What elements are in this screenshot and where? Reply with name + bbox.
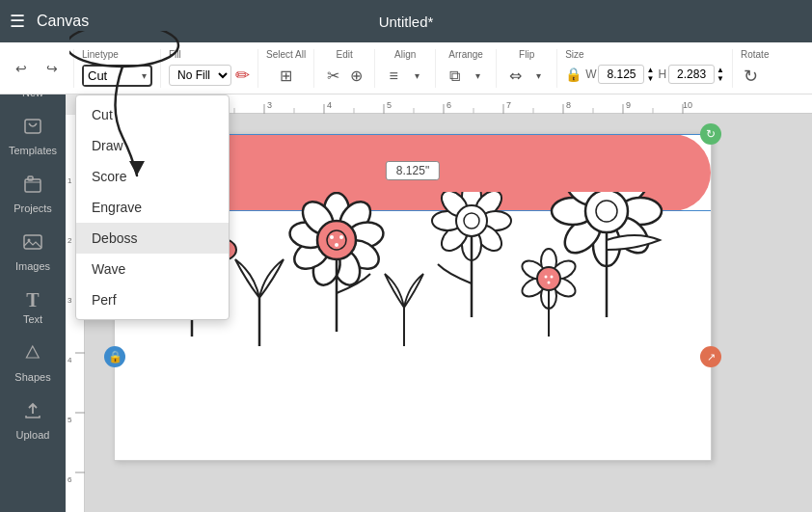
- flip-icon[interactable]: ⇔: [504, 66, 526, 87]
- width-input[interactable]: [598, 65, 644, 84]
- app-title: Canvas: [37, 13, 89, 30]
- svg-point-116: [551, 276, 554, 279]
- linetype-label: Linetype: [82, 49, 119, 60]
- weld-icon[interactable]: ⊕: [345, 66, 366, 87]
- width-measurement-label: 8.125": [386, 161, 440, 180]
- width-stepper[interactable]: ▲▼: [646, 66, 654, 83]
- dropdown-item-draw[interactable]: Draw: [76, 130, 229, 161]
- sidebar-item-images[interactable]: Images: [4, 224, 62, 280]
- rotate-group: Rotate ↻: [741, 49, 776, 88]
- svg-text:3: 3: [267, 100, 272, 110]
- edit-icons: ✂ ⊕: [322, 66, 366, 87]
- templates-icon: [22, 116, 43, 143]
- topbar: ☰ Canvas Untitled*: [0, 0, 812, 42]
- left-handle-badge[interactable]: 🔒: [104, 346, 125, 367]
- width-field: W ▲▼: [585, 65, 654, 84]
- svg-text:2: 2: [68, 236, 72, 245]
- linetype-chevron-icon[interactable]: ▾: [142, 70, 150, 81]
- flip-icons: ⇔ ▾: [504, 66, 549, 87]
- align-group: Align ≡ ▾: [383, 49, 436, 88]
- right-handle-badge[interactable]: ↗: [700, 346, 721, 367]
- svg-point-115: [545, 276, 548, 279]
- doc-title: Untitled*: [379, 13, 434, 30]
- fill-controls: No Fill Fill ✏: [169, 65, 250, 86]
- linetype-select-wrap: Cut Draw Score Engrave Deboss Wave Perf …: [82, 65, 152, 87]
- svg-point-80: [330, 235, 334, 239]
- svg-text:9: 9: [626, 100, 631, 110]
- dropdown-item-score[interactable]: Score: [76, 161, 229, 192]
- toolbar: ↩ ↪ Linetype Cut Draw Score Engrave Debo…: [0, 42, 812, 94]
- dropdown-item-wave[interactable]: Wave: [76, 254, 229, 284]
- projects-icon: [22, 174, 43, 201]
- select-all-group: Select All ⊞: [266, 49, 314, 88]
- svg-text:6: 6: [447, 100, 451, 110]
- fill-group: Fill No Fill Fill ✏: [169, 49, 258, 88]
- linetype-dropdown: Cut Draw Score Engrave Deboss Wave Perf: [75, 94, 230, 320]
- sidebar-item-text-label: Text: [23, 313, 42, 325]
- size-group: Size 🔒 W ▲▼ H ▲▼: [565, 49, 733, 88]
- dropdown-item-deboss[interactable]: Deboss: [76, 223, 229, 254]
- menu-icon[interactable]: ☰: [10, 11, 25, 32]
- height-input[interactable]: [668, 65, 715, 84]
- sidebar-item-projects[interactable]: Projects: [4, 166, 62, 222]
- svg-text:3: 3: [68, 296, 72, 305]
- flip-group: Flip ⇔ ▾: [504, 49, 557, 88]
- sidebar-item-upload[interactable]: Upload: [4, 392, 62, 448]
- sidebar-item-templates[interactable]: Templates: [4, 108, 62, 164]
- svg-point-117: [548, 282, 551, 284]
- width-label: W: [585, 67, 596, 81]
- rotate-icon[interactable]: ↻: [741, 66, 762, 87]
- select-all-icon[interactable]: ⊞: [276, 66, 297, 87]
- linetype-group: Linetype Cut Draw Score Engrave Deboss W…: [82, 49, 161, 88]
- svg-marker-8: [26, 346, 39, 358]
- sidebar-item-upload-label: Upload: [16, 429, 50, 441]
- rotate-label: Rotate: [741, 49, 769, 60]
- redo-button[interactable]: ↪: [39, 55, 66, 82]
- svg-point-82: [335, 243, 338, 247]
- height-field: H ▲▼: [658, 65, 724, 84]
- sidebar-item-projects-label: Projects: [14, 202, 52, 214]
- sidebar-item-text[interactable]: T Text: [4, 282, 62, 333]
- arrange-chevron-icon[interactable]: ▾: [467, 66, 488, 87]
- sidebar-item-shapes[interactable]: Shapes: [4, 335, 62, 391]
- size-label: Size: [565, 49, 583, 60]
- align-icon[interactable]: ≡: [383, 66, 404, 87]
- arrange-icons: ⧉ ▾: [444, 66, 488, 87]
- images-icon: [22, 231, 43, 258]
- svg-text:5: 5: [387, 100, 392, 110]
- linetype-select[interactable]: Cut Draw Score Engrave Deboss Wave Perf: [84, 67, 142, 85]
- align-icons: ≡ ▾: [383, 66, 427, 87]
- select-all-icons: ⊞: [276, 66, 297, 87]
- flip-chevron-icon[interactable]: ▾: [528, 66, 549, 87]
- sidebar-item-templates-label: Templates: [9, 145, 57, 156]
- align-chevron-icon[interactable]: ▾: [406, 66, 427, 87]
- svg-text:7: 7: [506, 100, 511, 110]
- fill-pen-icon[interactable]: ✏: [235, 65, 250, 86]
- undo-button[interactable]: ↩: [8, 55, 35, 82]
- arrange-group: Arrange ⧉ ▾: [444, 49, 497, 88]
- arrange-icon[interactable]: ⧉: [444, 66, 465, 87]
- svg-text:5: 5: [68, 416, 72, 424]
- dropdown-item-cut[interactable]: Cut: [76, 99, 229, 130]
- svg-text:6: 6: [68, 475, 72, 484]
- svg-text:1: 1: [68, 176, 72, 185]
- top-right-badge[interactable]: ↻: [700, 123, 721, 145]
- svg-point-114: [537, 267, 560, 290]
- shapes-icon: [22, 342, 43, 369]
- svg-text:4: 4: [68, 356, 72, 364]
- fill-select[interactable]: No Fill Fill: [169, 65, 231, 86]
- dropdown-item-perf[interactable]: Perf: [76, 284, 229, 315]
- align-label: Align: [394, 49, 416, 60]
- height-stepper[interactable]: ▲▼: [717, 66, 724, 83]
- edit-icon[interactable]: ✂: [322, 66, 343, 87]
- lock-icon[interactable]: 🔒: [565, 67, 582, 82]
- svg-text:4: 4: [327, 100, 332, 110]
- sidebar-item-images-label: Images: [15, 260, 50, 272]
- svg-rect-6: [24, 235, 41, 249]
- fill-label: Fill: [169, 49, 181, 60]
- flip-label: Flip: [519, 49, 534, 60]
- edit-group: Edit ✂ ⊕: [322, 49, 375, 88]
- height-label: H: [658, 67, 666, 81]
- svg-point-93: [464, 213, 479, 229]
- dropdown-item-engrave[interactable]: Engrave: [76, 192, 229, 223]
